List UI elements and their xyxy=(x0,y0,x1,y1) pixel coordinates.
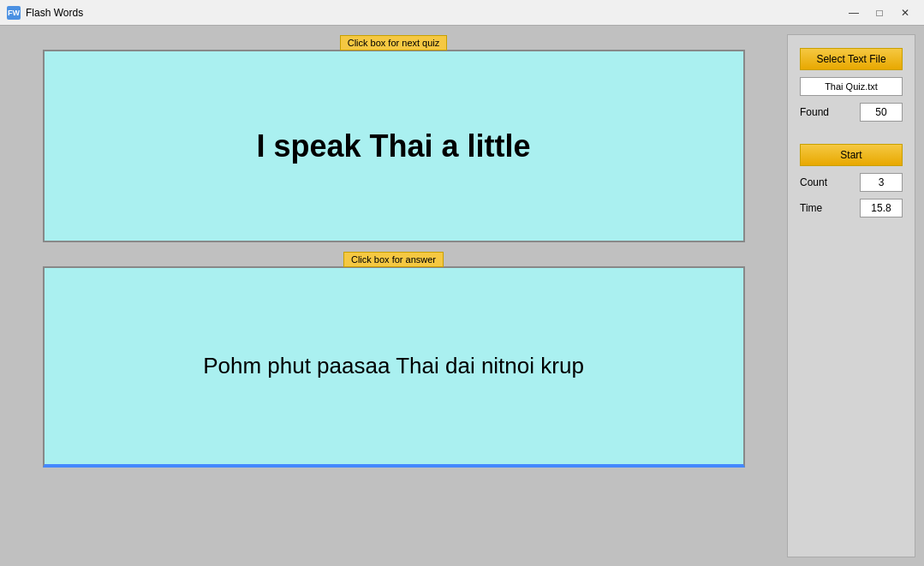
time-row: Time 15.8 xyxy=(800,199,903,217)
quiz-text: I speak Thai a little xyxy=(256,128,530,164)
answer-click-label: Click box for answer xyxy=(343,252,444,267)
app-icon-label: FW xyxy=(8,9,20,17)
title-bar-left: FW Flash Words xyxy=(7,6,83,20)
count-value: 3 xyxy=(860,173,903,192)
answer-box[interactable]: Pohm phut paasaa Thai dai nitnoi krup xyxy=(43,266,745,468)
answer-section: Click box for answer Pohm phut paasaa Th… xyxy=(9,251,778,468)
quiz-section: Click box for next quiz I speak Thai a l… xyxy=(9,34,778,242)
quiz-box[interactable]: I speak Thai a little xyxy=(43,50,745,242)
title-bar-controls: — □ ✕ xyxy=(842,4,917,21)
main-content: Click box for next quiz I speak Thai a l… xyxy=(0,26,924,566)
app-icon: FW xyxy=(7,6,21,20)
right-panel: Select Text File Thai Quiz.txt Found 50 … xyxy=(787,34,915,557)
app-title: Flash Words xyxy=(26,7,83,19)
time-value: 15.8 xyxy=(860,199,903,217)
title-bar: FW Flash Words — □ ✕ xyxy=(0,0,924,26)
time-label: Time xyxy=(800,202,822,214)
maximize-button[interactable]: □ xyxy=(867,4,891,21)
found-row: Found 50 xyxy=(800,103,903,122)
quiz-click-label: Click box for next quiz xyxy=(340,35,448,51)
found-label: Found xyxy=(800,106,829,118)
answer-text: Pohm phut paasaa Thai dai nitnoi krup xyxy=(203,353,584,379)
count-row: Count 3 xyxy=(800,173,903,192)
minimize-button[interactable]: — xyxy=(842,4,866,21)
select-file-button[interactable]: Select Text File xyxy=(800,48,903,70)
count-label: Count xyxy=(800,176,827,188)
start-button[interactable]: Start xyxy=(800,144,903,166)
found-value: 50 xyxy=(860,103,903,122)
file-name-display: Thai Quiz.txt xyxy=(800,77,903,96)
close-button[interactable]: ✕ xyxy=(893,4,917,21)
left-panel: Click box for next quiz I speak Thai a l… xyxy=(9,34,778,557)
